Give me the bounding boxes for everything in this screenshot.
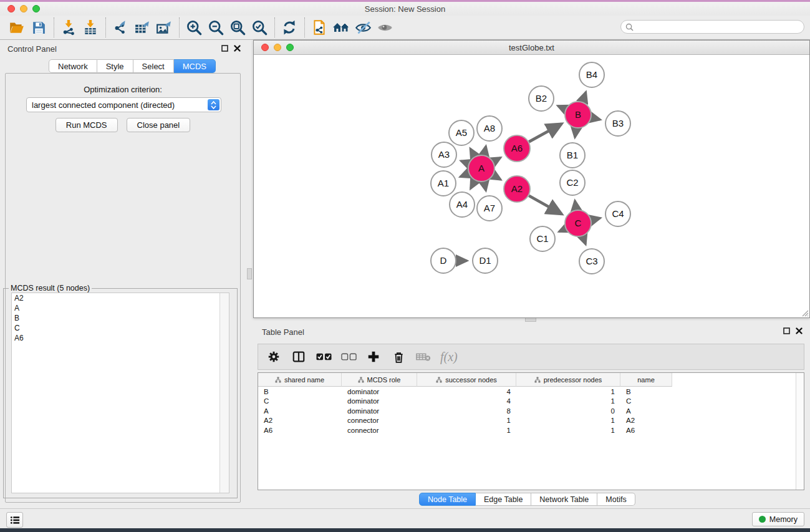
table-cell[interactable]: B [620, 388, 672, 395]
table-cell[interactable]: A [620, 407, 672, 415]
table-cell[interactable]: 1 [417, 427, 516, 434]
table-cell[interactable]: A2 [620, 417, 672, 424]
table-cell[interactable]: 1 [516, 397, 620, 405]
graph-edge-B-B4[interactable] [582, 92, 586, 102]
table-cell[interactable]: C [620, 397, 672, 405]
horizontal-splitter-grip[interactable] [525, 317, 536, 322]
zoom-fit-button[interactable] [228, 18, 247, 37]
graph-node-A1[interactable]: A1 [431, 171, 456, 196]
split-columns-button[interactable] [291, 349, 307, 365]
graph-edge-A-A4[interactable] [471, 180, 475, 188]
graph-node-A3[interactable]: A3 [432, 142, 456, 167]
graph-node-B1[interactable]: B1 [560, 143, 585, 168]
tab-mcds[interactable]: MCDS [174, 59, 216, 73]
graph-node-D[interactable]: D [431, 248, 456, 273]
table-cell[interactable]: dominator [342, 407, 417, 415]
tab-network[interactable]: Network [49, 59, 97, 73]
graph-edge-A-A2[interactable] [493, 175, 501, 180]
table-cell[interactable]: B [258, 388, 342, 395]
function-builder-button[interactable]: f(x) [440, 349, 458, 365]
graph-edge-B-B1[interactable] [575, 128, 576, 137]
window-resize-grip[interactable] [800, 308, 809, 317]
tab-edge-table[interactable]: Edge Table [476, 493, 531, 506]
graph-node-A7[interactable]: A7 [477, 196, 502, 221]
float-panel-icon[interactable] [783, 327, 790, 334]
unselect-all-button[interactable] [340, 349, 357, 365]
graph-edge-A-A7[interactable] [484, 182, 486, 191]
delete-table-button[interactable] [415, 349, 432, 365]
open-file-button[interactable] [7, 18, 26, 37]
zoom-in-button[interactable] [185, 18, 203, 37]
table-cell[interactable]: A2 [258, 417, 342, 424]
graph-node-D1[interactable]: D1 [473, 248, 498, 273]
graph-node-B2[interactable]: B2 [529, 86, 554, 111]
graph-node-A8[interactable]: A8 [477, 116, 502, 141]
vertical-splitter-grip[interactable] [247, 268, 252, 279]
optimization-criterion-dropdown[interactable]: largest connected component (directed) [26, 97, 221, 112]
graph-edge-C-C4[interactable] [591, 218, 600, 220]
table-cell[interactable]: A6 [620, 427, 672, 434]
close-panel-icon[interactable] [796, 327, 803, 334]
graph-edge-A-A6[interactable] [493, 158, 501, 162]
tab-style[interactable]: Style [97, 59, 133, 73]
graph-edge-B-B2[interactable] [558, 106, 566, 109]
table-cell[interactable]: 0 [516, 407, 620, 415]
graph-edge-A-A8[interactable] [484, 146, 486, 155]
table-row[interactable]: Bdominator41B [258, 387, 804, 397]
table-cell[interactable]: connector [342, 417, 417, 424]
table-scrollbar[interactable] [796, 373, 804, 490]
graph-edge-C-C3[interactable] [582, 236, 586, 244]
toolbar-search[interactable] [620, 20, 804, 34]
zoom-out-button[interactable] [206, 18, 225, 37]
memory-button[interactable]: Memory [752, 512, 804, 526]
show-graphics-details-button[interactable] [375, 18, 394, 37]
graph-edge-A-A3[interactable] [461, 161, 468, 163]
table-cell[interactable]: 1 [417, 417, 516, 424]
save-session-button[interactable] [29, 18, 48, 37]
table-row[interactable]: A6connector11A6 [258, 425, 804, 435]
table-cell[interactable]: 1 [516, 427, 620, 434]
graph-node-A[interactable]: A [468, 155, 494, 181]
zoom-selected-button[interactable] [250, 18, 269, 37]
graph-node-C4[interactable]: C4 [605, 201, 630, 226]
table-row[interactable]: A2connector11A2 [258, 416, 804, 426]
graph-edge-A-A1[interactable] [460, 173, 469, 177]
export-image-button[interactable] [155, 18, 173, 37]
mcds-result-list[interactable]: A2ABCA6 [11, 293, 229, 493]
graph-node-C1[interactable]: C1 [530, 226, 555, 251]
network-canvas[interactable]: B4B2BB3A8A5A6A3B1AC2A1A2A4A7C4CC1DD1C3 [254, 55, 809, 317]
graph-edge-C-C2[interactable] [575, 201, 576, 210]
refresh-button[interactable] [280, 18, 299, 37]
graph-node-C2[interactable]: C2 [560, 170, 585, 195]
tab-node-table[interactable]: Node Table [419, 493, 476, 506]
delete-column-button[interactable] [390, 349, 407, 365]
table-cell[interactable]: A [258, 407, 342, 415]
export-table-button[interactable] [133, 18, 152, 37]
tab-motifs[interactable]: Motifs [597, 493, 635, 506]
table-cell[interactable]: 1 [516, 417, 620, 424]
result-list-item[interactable]: A2 [12, 293, 229, 303]
hide-graphics-details-button[interactable] [354, 18, 372, 37]
clone-network-button[interactable] [310, 18, 329, 37]
table-settings-button[interactable] [266, 349, 282, 365]
node-table[interactable]: shared nameMCDS rolesuccessor nodesprede… [258, 372, 804, 490]
graph-edge-C-C1[interactable] [559, 229, 566, 232]
task-history-button[interactable] [6, 512, 23, 528]
column-header-successor-nodes[interactable]: successor nodes [417, 373, 516, 387]
graph-edge-A-A5[interactable] [470, 148, 475, 157]
float-panel-icon[interactable] [221, 45, 228, 52]
search-input[interactable] [637, 22, 804, 31]
column-header-predecessor-nodes[interactable]: predecessor nodes [516, 373, 620, 387]
graph-node-A4[interactable]: A4 [450, 192, 475, 217]
table-cell[interactable]: 4 [417, 397, 516, 405]
import-network-button[interactable] [59, 18, 78, 37]
table-cell[interactable]: A6 [258, 427, 342, 434]
result-list-item[interactable]: A [12, 303, 229, 313]
result-list-item[interactable]: A6 [12, 333, 229, 343]
graph-node-A5[interactable]: A5 [449, 120, 474, 145]
result-list-item[interactable]: B [12, 313, 229, 323]
tab-select[interactable]: Select [133, 59, 174, 73]
table-cell[interactable]: 4 [417, 388, 516, 395]
table-cell[interactable]: C [258, 397, 342, 405]
add-column-button[interactable] [365, 349, 382, 365]
